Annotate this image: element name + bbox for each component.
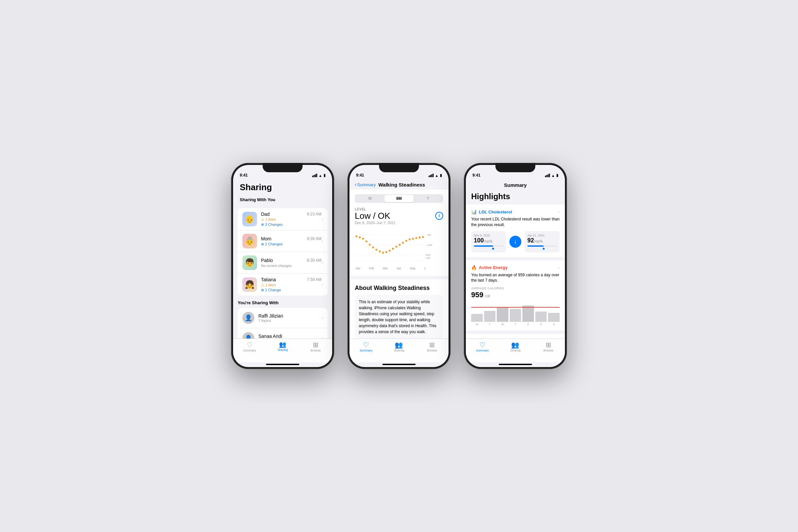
bar-chart-container: M T W T F S S (471, 302, 559, 326)
wifi-icon-3: ▲ (551, 174, 555, 177)
ldl-after-date: Jan 21, 2021 (527, 234, 557, 237)
sharing-scroll[interactable]: Sharing Sharing With You 👴 Dad (233, 179, 332, 339)
tab-browse-2[interactable]: ⊞ Browse (416, 341, 449, 352)
tab-y[interactable]: Y (414, 195, 442, 202)
bar-s1 (535, 311, 547, 322)
chevron-pablo: › (322, 260, 323, 265)
svg-text:Very: Very (425, 254, 431, 256)
svg-text:OK: OK (427, 233, 431, 236)
tab-browse-3[interactable]: ⊞ Browse (532, 341, 565, 352)
phones-container: 9:41 ▲ ▮ Sharing Shari (231, 163, 567, 369)
down-arrow-icon: ↓ (509, 236, 521, 248)
youre-sharing-section: You're Sharing With 👤 Raffi Jilizian 7 t… (233, 300, 332, 339)
status-time-2: 9:41 (356, 173, 364, 177)
info-button[interactable]: i (435, 212, 443, 220)
ldl-after-fill (527, 245, 544, 247)
home-indicator-2 (382, 364, 416, 365)
bar-label-s2: S (548, 323, 559, 326)
walking-scroll[interactable]: ‹ Summary Walking Steadiness M 6M Y (349, 179, 449, 339)
summary-scroll[interactable]: Summary Highlights 📊 LDL Cholesterol › Y… (466, 179, 565, 339)
tab-summary-3[interactable]: ♡ Summary (466, 341, 499, 352)
svg-point-17 (399, 244, 401, 246)
ldl-title-text: LDL Cholesterol (479, 209, 512, 214)
ldl-after-bar (527, 245, 557, 247)
level-value-row: Low / OK i (355, 211, 443, 221)
tab-label-browse-1: Browse (310, 349, 321, 352)
summary-screen-content: Summary Highlights 📊 LDL Cholesterol › Y… (466, 179, 565, 367)
walking-nav-title: Walking Steadiness (378, 182, 425, 188)
sharing-icon-3: 👥 (511, 341, 519, 348)
tab-summary-1[interactable]: ♡ Summary (233, 341, 266, 352)
contact-changes-dad: ⊕ 3 Changes (261, 223, 322, 227)
chevron-mom: › (322, 239, 323, 243)
svg-point-16 (395, 246, 397, 248)
active-energy-card[interactable]: 🔥 Active Energy › You burned an average … (466, 260, 565, 331)
wifi-icon-1: ▲ (319, 174, 322, 177)
contact-status-dad: ⚠ 1 Alert (261, 217, 322, 222)
ldl-before-unit: mg/dL (484, 240, 493, 243)
summary-page-header: Summary (466, 179, 565, 190)
chart-wrap: OK Low Very Low Jan Feb Mar Apr (355, 228, 443, 270)
sharing-icon-2: 👥 (395, 341, 403, 348)
chevron-sanaa: › (322, 336, 323, 339)
contact-mom[interactable]: 👵 Mom 9:36 AM ⊕ 2 Changes (238, 230, 327, 252)
contact-changes-mom: ⊕ 2 Changes (261, 242, 322, 246)
phone-walking: 9:41 ▲ ▮ ‹ (347, 163, 451, 369)
contact-time-tatiana: 7:59 AM (307, 277, 322, 282)
tab-summary-2[interactable]: ♡ Summary (349, 341, 382, 352)
time-tabs: M 6M Y (355, 194, 443, 203)
notch-2 (379, 163, 419, 172)
tab-label-summary-3: Summary (476, 349, 489, 352)
tab-label-sharing-2: Sharing (394, 349, 404, 352)
sharing-with-you-list: 👴 Dad 9:23 AM ⚠ 1 Alert (238, 208, 327, 296)
status-icons-1: ▲ ▮ (312, 173, 325, 177)
tab-sharing-2[interactable]: 👥 Sharing (382, 341, 415, 352)
ldl-desc: Your recent LDL Cholesterol result was l… (471, 216, 559, 228)
status-time-3: 9:41 (473, 173, 480, 177)
contact-sanaa[interactable]: 👤 Sanaa Aridi 2 topics › (238, 328, 327, 339)
sharing-title: Sharing (240, 182, 325, 192)
bar-s2 (548, 313, 559, 322)
contact-status-pablo: No recent changes (261, 264, 322, 268)
active-energy-title-text: Active Energy (479, 265, 508, 270)
svg-point-19 (405, 240, 407, 242)
walking-chart-section: M 6M Y LEVEL Low / OK i Dec 8, 2020–Jun … (349, 190, 449, 276)
walking-nav-header: ‹ Summary Walking Steadiness (349, 179, 449, 190)
contact-name-pablo: Pablo (261, 258, 273, 263)
x-label-j: J (424, 267, 425, 270)
svg-point-8 (369, 244, 371, 246)
contact-tatiana[interactable]: 👧 Tatiana 7:59 AM ⚠ 1 Alert (238, 274, 327, 296)
contact-dad[interactable]: 👴 Dad 9:23 AM ⚠ 1 Alert (238, 208, 327, 230)
contact-raffi[interactable]: 👤 Raffi Jilizian 7 topics › (238, 308, 327, 328)
avatar-tatiana: 👧 (242, 277, 257, 292)
ldl-before-bar (474, 245, 504, 247)
ldl-after-value: 92 (527, 237, 534, 244)
chart-x-labels: Jan Feb Mar Apr May J (355, 267, 426, 270)
tab-label-browse-2: Browse (427, 349, 437, 352)
chevron-dad: › (322, 217, 323, 222)
ldl-card[interactable]: 📊 LDL Cholesterol › Your recent LDL Chol… (466, 205, 565, 257)
changes-badge-mom: ⊕ 2 Changes (261, 242, 283, 246)
active-energy-desc: You burned an average of 959 calories a … (471, 272, 559, 284)
tab-m[interactable]: M (356, 195, 384, 202)
tab-label-browse-3: Browse (543, 349, 553, 352)
svg-point-10 (375, 249, 377, 251)
tab-sharing-1[interactable]: 👥 Sharing (266, 341, 299, 352)
back-button[interactable]: ‹ Summary (355, 182, 376, 188)
svg-point-24 (422, 236, 424, 238)
contact-pablo[interactable]: 👦 Pablo 8:30 AM No recent changes (238, 252, 327, 274)
svg-point-4 (356, 235, 358, 238)
tab-6m[interactable]: 6M (384, 195, 413, 202)
contact-alert-tatiana: ⚠ 1 Alert (261, 283, 322, 287)
topics-raffi: 7 topics (258, 319, 322, 323)
svg-text:Low: Low (425, 257, 430, 259)
ldl-icon: 📊 (471, 209, 477, 214)
changes-badge-tatiana: ⊕ 1 Change (261, 288, 281, 292)
about-text: This is an estimate of your stability wh… (359, 300, 437, 334)
heart-rate-card[interactable]: ❤️ Heart Rate: Recovery › In the 3 minut… (466, 334, 565, 339)
tab-browse-1[interactable]: ⊞ Browse (299, 341, 332, 352)
calories-value-row: 959 cal (471, 291, 559, 299)
tab-sharing-3[interactable]: 👥 Sharing (499, 341, 532, 352)
avatar-dad: 👴 (242, 212, 257, 226)
section-sharing-with-you: Sharing With You (240, 197, 325, 202)
